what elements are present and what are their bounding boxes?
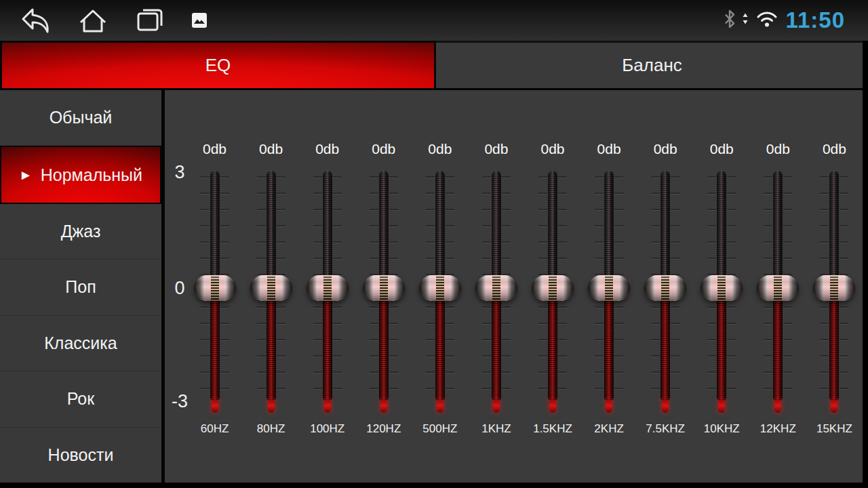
selected-marker-icon: ► bbox=[19, 167, 33, 183]
band-value-label: 0db bbox=[581, 141, 637, 157]
slider-thumb[interactable] bbox=[363, 275, 405, 301]
right-bezel bbox=[863, 41, 868, 488]
band-slider[interactable] bbox=[361, 171, 406, 400]
slider-track-tip bbox=[324, 400, 331, 413]
recent-apps-button[interactable] bbox=[133, 5, 167, 36]
band-value-label: 0db bbox=[694, 141, 750, 157]
preset-item-5[interactable]: ► Рок bbox=[0, 371, 161, 427]
band-value-label: 0db bbox=[299, 141, 355, 157]
tab-balance[interactable]: Баланс bbox=[436, 41, 868, 88]
preset-sidebar: ► Обычай ► Нормальный ► Джаз ► Поп ► Кла… bbox=[0, 90, 161, 483]
slider-track-tip bbox=[437, 400, 443, 413]
preset-label: Классика bbox=[44, 333, 117, 353]
slider-track-fill bbox=[773, 288, 783, 400]
slider-track-fill bbox=[604, 288, 614, 400]
gallery-icon bbox=[191, 12, 208, 28]
band-frequency-label: 500HZ bbox=[412, 422, 468, 436]
preset-item-0[interactable]: ► Обычай bbox=[0, 90, 161, 146]
band-frequency-label: 7.5KHZ bbox=[637, 422, 694, 436]
eq-bands: 0db 60HZ 0db 80HZ bbox=[186, 90, 863, 483]
band-value-label: 0db bbox=[355, 141, 412, 157]
status-bar: 11:50 bbox=[0, 0, 868, 41]
status-indicators: 11:50 bbox=[724, 0, 845, 41]
slider-track-fill bbox=[435, 288, 445, 400]
band-slider[interactable] bbox=[305, 171, 350, 400]
band-slider[interactable] bbox=[530, 171, 575, 400]
preset-label: Джаз bbox=[61, 222, 101, 241]
eq-band-2khz: 0db 2KHZ bbox=[581, 90, 637, 483]
slider-thumb[interactable] bbox=[532, 275, 574, 301]
slider-track-tip bbox=[662, 400, 669, 413]
band-slider[interactable] bbox=[474, 171, 519, 400]
slider-track-tip bbox=[380, 400, 387, 413]
preset-label: Поп bbox=[65, 277, 96, 297]
band-slider[interactable] bbox=[812, 171, 856, 400]
eq-band-7.5khz: 0db 7.5KHZ bbox=[637, 90, 694, 483]
eq-band-15khz: 0db 15KHZ bbox=[806, 90, 863, 483]
band-value-label: 0db bbox=[637, 141, 694, 157]
eq-band-10khz: 0db 10KHZ bbox=[694, 90, 750, 483]
slider-thumb[interactable] bbox=[419, 275, 461, 301]
home-icon bbox=[77, 5, 109, 35]
preset-item-2[interactable]: ► Джаз bbox=[0, 204, 161, 260]
band-slider[interactable] bbox=[193, 171, 237, 400]
slider-track-tip bbox=[212, 400, 218, 413]
recent-apps-icon bbox=[134, 6, 165, 35]
slider-track-tip bbox=[774, 400, 781, 413]
band-frequency-label: 120HZ bbox=[355, 422, 412, 436]
home-button[interactable] bbox=[76, 5, 110, 36]
band-value-label: 0db bbox=[806, 141, 863, 157]
band-value-label: 0db bbox=[468, 141, 524, 157]
content-area: ► Обычай ► Нормальный ► Джаз ► Поп ► Кла… bbox=[0, 88, 863, 483]
band-slider[interactable] bbox=[699, 171, 744, 400]
bottom-bezel bbox=[0, 483, 868, 488]
slider-thumb[interactable] bbox=[644, 275, 686, 301]
band-value-label: 0db bbox=[412, 141, 468, 157]
slider-track-tip bbox=[549, 400, 556, 413]
slider-thumb[interactable] bbox=[813, 275, 855, 301]
slider-thumb[interactable] bbox=[194, 275, 236, 301]
slider-track-fill bbox=[323, 288, 332, 400]
band-frequency-label: 80HZ bbox=[243, 422, 299, 436]
preset-item-4[interactable]: ► Классика bbox=[0, 316, 161, 371]
slider-thumb[interactable] bbox=[307, 275, 349, 301]
band-frequency-label: 12KHZ bbox=[750, 422, 806, 436]
band-slider[interactable] bbox=[249, 171, 294, 400]
eq-band-1khz: 0db 1KHZ bbox=[468, 90, 524, 483]
eq-band-80hz: 0db 80HZ bbox=[243, 90, 299, 483]
band-slider[interactable] bbox=[587, 171, 631, 400]
back-button[interactable] bbox=[19, 5, 53, 36]
tab-eq[interactable]: EQ bbox=[0, 41, 436, 88]
band-frequency-label: 1.5KHZ bbox=[524, 422, 580, 436]
preset-label: Нормальный bbox=[41, 165, 142, 185]
slider-thumb[interactable] bbox=[475, 275, 517, 301]
slider-track-tip bbox=[268, 400, 275, 413]
preset-item-1[interactable]: ► Нормальный bbox=[0, 146, 161, 203]
preset-item-3[interactable]: ► Поп bbox=[0, 260, 161, 315]
network-activity-icon bbox=[742, 10, 749, 30]
clock: 11:50 bbox=[785, 7, 845, 33]
slider-track-fill bbox=[492, 288, 501, 400]
band-slider[interactable] bbox=[755, 171, 800, 400]
band-frequency-label: 10KHZ bbox=[694, 422, 750, 436]
head-unit-screen: 11:50 EQ Баланс ► Обычай ► Нормальный ► … bbox=[0, 0, 868, 488]
band-value-label: 0db bbox=[750, 141, 806, 157]
tab-bar: EQ Баланс bbox=[0, 41, 868, 88]
slider-thumb[interactable] bbox=[250, 275, 292, 301]
band-slider[interactable] bbox=[643, 171, 688, 400]
slider-thumb[interactable] bbox=[588, 275, 630, 301]
slider-track-fill bbox=[267, 288, 276, 400]
slider-thumb[interactable] bbox=[757, 275, 799, 301]
band-value-label: 0db bbox=[524, 141, 580, 157]
band-value-label: 0db bbox=[186, 141, 243, 157]
wifi-icon bbox=[755, 9, 779, 31]
slider-track-tip bbox=[718, 400, 725, 413]
slider-track-fill bbox=[660, 288, 670, 400]
band-slider[interactable] bbox=[418, 171, 462, 400]
slider-thumb[interactable] bbox=[701, 275, 743, 301]
band-frequency-label: 60HZ bbox=[186, 422, 243, 436]
preset-label: Рок bbox=[67, 389, 94, 409]
gallery-button[interactable] bbox=[190, 5, 209, 36]
slider-track-fill bbox=[717, 288, 726, 400]
preset-item-6[interactable]: ► Новости bbox=[0, 428, 161, 483]
